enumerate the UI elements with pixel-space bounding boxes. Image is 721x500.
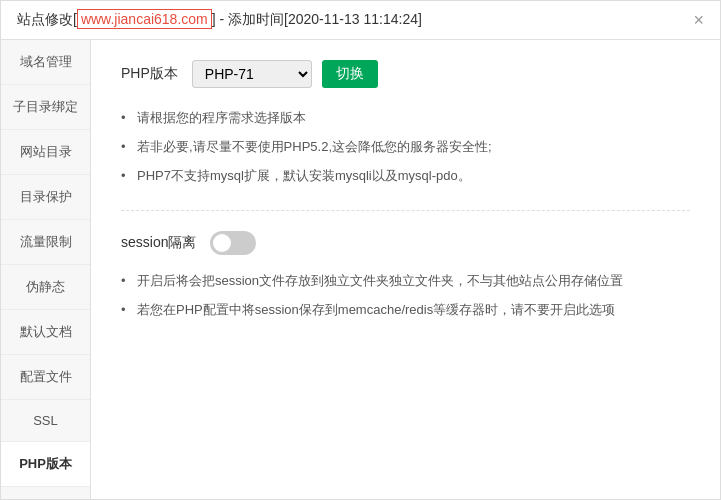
php-tip-2: 若非必要,请尽量不要使用PHP5.2,这会降低您的服务器安全性; xyxy=(121,137,690,158)
title-suffix: ] - 添加时间[2020-11-13 11:14:24] xyxy=(212,11,422,27)
sidebar-item-traffic[interactable]: 流量限制 xyxy=(1,220,90,265)
dialog-title: 站点修改[www.jiancai618.com] - 添加时间[2020-11-… xyxy=(17,11,422,29)
session-tips-list: 开启后将会把session文件存放到独立文件夹独立文件夹，不与其他站点公用存储位… xyxy=(121,271,690,321)
php-tip-3: PHP7不支持mysql扩展，默认安装mysqli以及mysql-pdo。 xyxy=(121,166,690,187)
sidebar-item-domain[interactable]: 域名管理 xyxy=(1,40,90,85)
sidebar-item-dirprotect[interactable]: 目录保护 xyxy=(1,175,90,220)
session-tip-2: 若您在PHP配置中将session保存到memcache/redis等缓存器时，… xyxy=(121,300,690,321)
sidebar-item-subdir[interactable]: 子目录绑定 xyxy=(1,85,90,130)
php-version-row: PHP版本 PHP-54 PHP-55 PHP-56 PHP-70 PHP-71… xyxy=(121,60,690,88)
sidebar-item-defaultdoc[interactable]: 默认文档 xyxy=(1,310,90,355)
site-domain: www.jiancai618.com xyxy=(77,9,212,29)
session-label: session隔离 xyxy=(121,234,196,252)
session-tip-1: 开启后将会把session文件存放到独立文件夹独立文件夹，不与其他站点公用存储位… xyxy=(121,271,690,292)
sidebar-item-phpversion[interactable]: PHP版本 xyxy=(1,442,90,487)
php-version-label: PHP版本 xyxy=(121,65,178,83)
site-modify-dialog: 站点修改[www.jiancai618.com] - 添加时间[2020-11-… xyxy=(0,0,721,500)
title-prefix: 站点修改[ xyxy=(17,11,77,27)
dialog-body: 域名管理 子目录绑定 网站目录 目录保护 流量限制 伪静态 默认文档 配置文件 … xyxy=(1,40,720,499)
sidebar: 域名管理 子目录绑定 网站目录 目录保护 流量限制 伪静态 默认文档 配置文件 … xyxy=(1,40,91,499)
sidebar-item-tomcat[interactable]: Tomcat xyxy=(1,487,90,499)
dialog-header: 站点修改[www.jiancai618.com] - 添加时间[2020-11-… xyxy=(1,1,720,40)
main-content: PHP版本 PHP-54 PHP-55 PHP-56 PHP-70 PHP-71… xyxy=(91,40,720,499)
sidebar-item-webroot[interactable]: 网站目录 xyxy=(1,130,90,175)
php-tips-list: 请根据您的程序需求选择版本 若非必要,请尽量不要使用PHP5.2,这会降低您的服… xyxy=(121,108,690,186)
session-toggle[interactable] xyxy=(210,231,256,255)
php-version-select[interactable]: PHP-54 PHP-55 PHP-56 PHP-70 PHP-71 PHP-7… xyxy=(192,60,312,88)
sidebar-item-config[interactable]: 配置文件 xyxy=(1,355,90,400)
close-button[interactable]: × xyxy=(693,11,704,29)
divider xyxy=(121,210,690,211)
sidebar-item-pseudo[interactable]: 伪静态 xyxy=(1,265,90,310)
switch-button[interactable]: 切换 xyxy=(322,60,378,88)
toggle-slider xyxy=(210,231,256,255)
php-tip-1: 请根据您的程序需求选择版本 xyxy=(121,108,690,129)
session-row: session隔离 xyxy=(121,231,690,255)
sidebar-item-ssl[interactable]: SSL xyxy=(1,400,90,442)
